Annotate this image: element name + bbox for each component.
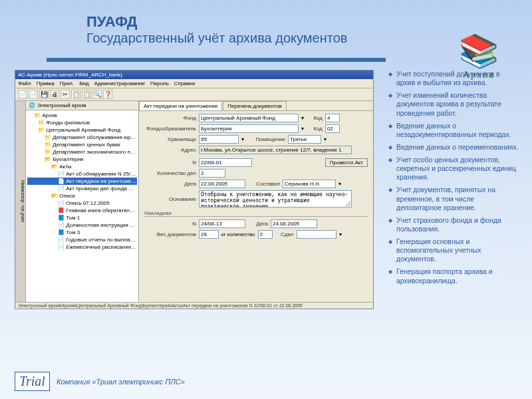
tree-item[interactable]: 📁 Департамент обслуживания юридических л… xyxy=(27,134,137,141)
tree-item[interactable]: 📂 Описи xyxy=(27,192,137,200)
osnovanie-label: Основание xyxy=(144,196,196,202)
kod2-input[interactable] xyxy=(325,124,340,133)
tree[interactable]: 📁 Архив📁 Фонды филиалов📁 Центральный Арх… xyxy=(26,110,138,252)
tree-item[interactable]: 📁 Фонды филиалов xyxy=(27,119,137,126)
koldel-label: Количество дел xyxy=(144,170,196,176)
tree-item[interactable]: 📄 Должностная инструкция Главного бухгал… xyxy=(27,221,137,229)
toolbar-icon[interactable]: 🔍 xyxy=(92,90,102,99)
toolbar-icon[interactable]: 🖨 xyxy=(50,90,59,99)
tree-item[interactable]: 📁 Архив xyxy=(27,112,137,119)
toolbar-icon[interactable]: 📋 xyxy=(82,90,91,99)
n2-input[interactable] xyxy=(199,219,245,228)
tree-item[interactable]: 📕 Главная книга сберегательного банка за… xyxy=(27,207,137,214)
adres-label: Адрес xyxy=(144,147,196,153)
statusbar: Электронный архив\Архив\Центральный Архи… xyxy=(15,302,373,309)
bullet-item: Учет поступлений документов в архив и вы… xyxy=(388,70,520,87)
data2-label: Дата xyxy=(248,221,268,227)
toolbar-icon[interactable]: 📋 xyxy=(71,90,80,99)
tree-item[interactable]: 📂 Бухгалтерия xyxy=(27,156,137,163)
provesti-button[interactable]: Провести Акт xyxy=(325,158,368,167)
tree-panel: 🌐 Электронный архив 📁 Архив📁 Фонды филиа… xyxy=(26,101,139,302)
menu-item[interactable]: Прил. xyxy=(60,80,74,86)
page-title: ПУАФД xyxy=(86,13,532,31)
bullet-item: Учет страхового фонда и фонда пользовани… xyxy=(388,216,520,233)
tree-item[interactable]: 📄 Опись 07.12.2005 xyxy=(27,200,137,207)
kod1-input[interactable] xyxy=(325,114,340,122)
tree-header: 🌐 Электронный архив xyxy=(26,101,138,110)
nakladnaya-group: Накладная xyxy=(144,210,368,217)
bullet-item: Генерация основных и вспомогательных уче… xyxy=(388,237,520,263)
ves-input[interactable] xyxy=(199,230,219,239)
sostavil-input[interactable] xyxy=(283,180,336,188)
tree-item[interactable]: 📄 Ежемесячные расписания по расчетному с… xyxy=(27,243,137,251)
tree-item[interactable]: 📄 Акт передачи на уничтожение N 22/08-01… xyxy=(27,178,137,185)
sdal-input[interactable] xyxy=(297,230,336,239)
tree-item[interactable]: 📄 Акт об обнаружении N 25/08-01 от 25.08… xyxy=(27,170,137,178)
menu-item[interactable]: Файл xyxy=(18,80,31,86)
fond-label: Фонд xyxy=(144,115,196,121)
kolvo-input[interactable] xyxy=(258,230,273,239)
tree-item[interactable]: 📘 Том 1 xyxy=(27,214,137,221)
menu-item[interactable]: Вид xyxy=(79,80,88,86)
fondobr-label: Фондообразователь xyxy=(144,126,196,132)
toolbar-icon[interactable]: 📄 xyxy=(18,90,27,99)
n2-label: N xyxy=(144,221,196,227)
tree-item[interactable]: 📁 Департамент ценных бумаг xyxy=(27,141,137,148)
bullet-item: Учет документов, принятых на временное, … xyxy=(388,186,520,211)
adres-input xyxy=(199,146,352,154)
ves-label: Вес документов xyxy=(144,231,196,237)
feature-list: Учет поступлений документов в архив и вы… xyxy=(374,70,532,309)
bullet-item: Учет особо ценных документов, секретных … xyxy=(388,156,520,182)
data2-input[interactable] xyxy=(271,219,317,228)
hranilische-input[interactable] xyxy=(199,135,239,144)
books-icon: 📚 xyxy=(446,32,512,70)
menubar: ФайлПравкаПрил.ВидАдминистрированиеПарол… xyxy=(15,79,373,88)
tree-item[interactable]: 📂 Акты xyxy=(27,163,137,170)
tree-item[interactable]: 📘 Том 3 xyxy=(27,229,137,236)
toolbar-icon[interactable]: ❓ xyxy=(103,90,112,99)
menu-item[interactable]: Администрирование xyxy=(94,80,145,86)
data-input[interactable] xyxy=(199,180,245,188)
globe-icon: 🌐 xyxy=(29,102,35,108)
data-label: Дата xyxy=(144,181,196,187)
window-titlebar: АС-Архив (Нрэс-server.FIRM_ARCH_bank) xyxy=(15,70,373,79)
osnovanie-input[interactable]: Отобраны к уничтожению, как не имеющие н… xyxy=(199,190,352,207)
tree-item[interactable]: 📄 Годовые отчеты по выплатам налогов в б… xyxy=(27,236,137,243)
fond-input[interactable] xyxy=(199,114,299,122)
menu-item[interactable]: Справка xyxy=(174,80,195,86)
tree-item[interactable]: 📁 Центральный Архивный Фонд xyxy=(27,126,137,134)
kod2-label: Код xyxy=(307,126,323,132)
divider xyxy=(47,58,386,62)
menu-item[interactable]: Правка xyxy=(37,80,55,86)
tree-item[interactable]: 📄 Акт проверки дел фонда N 24-08/01 от 2… xyxy=(27,185,137,192)
toolbar-icon[interactable]: 📄 xyxy=(29,90,38,99)
hranilische-label: Хранилище xyxy=(144,136,196,142)
tab-list[interactable]: Перечень документов xyxy=(223,101,287,110)
kod1-label: Код xyxy=(307,115,323,121)
kg-label: кг количество xyxy=(221,231,255,237)
pomeshenie-label: Помещение xyxy=(247,136,285,142)
nav-strip[interactable]: Навигатор: гос.учет xyxy=(15,101,26,302)
bullet-item: Учет изменений количества документов арх… xyxy=(388,91,520,117)
bullet-item: Ведение данных о незадокументированных п… xyxy=(388,122,520,139)
toolbar: 📄📄💾🖨✂📋📋🔍❓ xyxy=(15,88,373,101)
bullet-item: Ведение данных о переименованиях. xyxy=(388,143,520,152)
n-label: N xyxy=(144,160,196,166)
app-window: АС-Архив (Нрэс-server.FIRM_ARCH_bank) Фа… xyxy=(15,70,374,309)
n-input[interactable] xyxy=(199,158,252,167)
koldel-input[interactable] xyxy=(199,169,225,178)
tabs: Акт передачи на уничтожение Перечень док… xyxy=(139,101,373,111)
fondobr-input[interactable] xyxy=(199,124,299,133)
toolbar-icon[interactable]: 💾 xyxy=(39,90,49,99)
sdal-label: Сдал xyxy=(275,231,294,237)
pomeshenie-input[interactable] xyxy=(288,135,321,144)
sostavil-label: Составил xyxy=(248,181,280,187)
company-name: Компания «Триал электроникс ПЛС» xyxy=(57,378,185,386)
tab-act[interactable]: Акт передачи на уничтожение xyxy=(139,101,222,110)
content-panel: Акт передачи на уничтожение Перечень док… xyxy=(139,101,373,302)
trial-logo: Trial xyxy=(15,372,50,391)
menu-item[interactable]: Пароль xyxy=(150,80,169,86)
toolbar-icon[interactable]: ✂ xyxy=(61,90,70,99)
tree-item[interactable]: 📁 Департамент экономического планировани… xyxy=(27,148,137,156)
form: Фонд ▾ Код Фондообразователь ▾ Код xyxy=(139,111,373,243)
